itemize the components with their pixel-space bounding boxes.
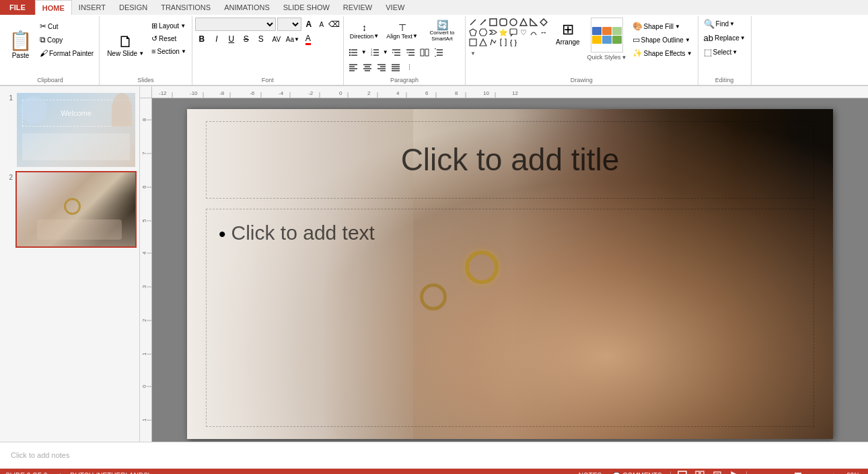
justify-low-button[interactable]: ⋮ [403, 61, 417, 74]
tab-transitions[interactable]: TRANSITIONS [154, 0, 217, 15]
heart-shape[interactable]: ♡ [519, 28, 528, 37]
italic-button[interactable]: I [210, 32, 223, 46]
oval-shape[interactable] [509, 18, 518, 27]
zoom-in-button[interactable]: + [829, 470, 838, 474]
slide-title-box[interactable]: Click to add title [206, 121, 814, 199]
increase-font-button[interactable]: A [303, 18, 315, 31]
quick-styles-box[interactable] [591, 18, 623, 53]
file-tab[interactable]: FILE [0, 0, 35, 15]
slide-content-box[interactable]: • Click to add text [206, 209, 814, 427]
numbering-dropdown[interactable]: ▼ [382, 46, 389, 59]
rt-triangle-shape[interactable] [529, 18, 538, 27]
svg-point-3 [349, 51, 351, 53]
svg-text:-8: -8 [219, 90, 225, 96]
format-painter-button[interactable]: 🖌 Format Painter [37, 47, 96, 59]
spelling-check-icon[interactable]: ✓ [55, 471, 62, 474]
copy-button[interactable]: ⧉ Copy [37, 34, 96, 46]
cut-button[interactable]: ✂ Cut [37, 20, 96, 32]
tab-slideshow[interactable]: SLIDE SHOW [277, 0, 336, 15]
canvas-area: -12 -10 -8 -6 -4 -2 0 2 4 [140, 86, 868, 442]
convert-smartart-button[interactable]: 🔄 Convert to SmartArt [422, 18, 462, 44]
line-shape[interactable] [468, 18, 478, 27]
numbering-button[interactable]: 1.2.3. [368, 46, 382, 59]
bullets-dropdown[interactable]: ▼ [361, 46, 367, 59]
freeform-shape[interactable] [489, 38, 498, 47]
slide-view[interactable]: Click to add title • Click to add text [187, 109, 833, 439]
zoom-level[interactable]: 69% [844, 471, 863, 474]
paste-button[interactable]: 📋 Paste [4, 18, 37, 74]
notes-area[interactable]: Click to add notes [0, 442, 868, 469]
tab-insert[interactable]: INSERT [72, 0, 112, 15]
layout-button[interactable]: ⊞ Layout ▼ [149, 20, 189, 32]
notes-button[interactable]: ♪ NOTES [571, 471, 604, 474]
normal-view-button[interactable] [676, 469, 688, 474]
char-spacing-button[interactable]: AV [269, 32, 284, 46]
align-right-button[interactable] [375, 61, 388, 74]
zoom-out-button[interactable]: − [752, 470, 762, 474]
change-case-button[interactable]: Aa▼ [285, 32, 300, 46]
bracket-shape[interactable] [499, 38, 508, 47]
rounded-rect-shape[interactable] [499, 18, 508, 27]
triangle-shape[interactable] [519, 18, 528, 27]
slideshow-button[interactable] [729, 469, 741, 474]
shadow-button[interactable]: S [254, 32, 268, 46]
tab-home[interactable]: HOME [35, 0, 72, 15]
flowchart2-shape[interactable] [478, 38, 488, 47]
decrease-font-button[interactable]: A [316, 18, 327, 31]
star-shape[interactable]: ⭐ [499, 28, 508, 37]
shapes-more[interactable]: ▼ [468, 48, 478, 58]
hexagon-shape[interactable] [478, 28, 488, 37]
svg-point-1 [349, 48, 351, 50]
select-button[interactable]: ⬚ Select ▼ [701, 46, 748, 59]
svg-marker-19 [406, 52, 408, 53]
align-left-button[interactable] [347, 61, 360, 74]
columns-button[interactable] [418, 46, 431, 59]
font-color-button[interactable]: A [301, 32, 315, 46]
rect-shape[interactable] [489, 18, 498, 27]
shape-effects-button[interactable]: ✨ Shape Effects ▼ [630, 47, 695, 59]
tab-design[interactable]: DESIGN [112, 0, 154, 15]
diamond-shape[interactable] [539, 18, 548, 27]
svg-text:2: 2 [367, 90, 371, 96]
tab-view[interactable]: VIEW [379, 0, 411, 15]
pentagon-shape[interactable] [468, 28, 478, 37]
tab-animations[interactable]: ANIMATIONS [217, 0, 277, 15]
decrease-indent-button[interactable] [390, 46, 403, 59]
text-direction-button[interactable]: ↕ Direction▼ [347, 20, 382, 42]
section-button[interactable]: ≡ Section ▼ [149, 46, 189, 57]
align-center-button[interactable] [361, 61, 374, 74]
new-slide-button[interactable]: 🗋 New Slide ▼ [102, 18, 149, 74]
shape-outline-button[interactable]: ▭ Shape Outline ▼ [630, 34, 695, 46]
slide2-thumb[interactable] [15, 171, 137, 248]
find-button[interactable]: 🔍 Find ▼ [701, 18, 748, 30]
reading-view-button[interactable] [711, 469, 723, 474]
bold-button[interactable]: B [195, 32, 209, 46]
flowchart1-shape[interactable] [468, 38, 478, 47]
brace-shape[interactable]: { } [509, 38, 518, 47]
shape-fill-button[interactable]: 🎨 Shape Fill ▼ [630, 20, 695, 32]
font-family-select[interactable] [195, 18, 276, 31]
line-spacing-button[interactable] [432, 46, 445, 59]
svg-text:3: 3 [141, 285, 147, 288]
replace-button[interactable]: ab Replace ▼ [701, 32, 748, 44]
slide1-thumb[interactable]: Welcome [15, 92, 137, 168]
svg-rect-104 [700, 471, 704, 474]
justify-button[interactable] [389, 61, 402, 74]
increase-indent-button[interactable] [404, 46, 417, 59]
clear-formatting-button[interactable]: ⌫ [328, 18, 340, 31]
font-size-select[interactable] [277, 18, 301, 31]
callout-shape[interactable] [509, 28, 518, 37]
comments-button[interactable]: 💬 COMMENTS [610, 471, 664, 474]
double-arrow-shape[interactable]: ↔ [539, 28, 548, 37]
arrow-shape[interactable] [478, 18, 488, 27]
arc-shape[interactable] [529, 28, 538, 37]
strikethrough-button[interactable]: S [240, 32, 253, 46]
arrange-button[interactable]: ⊞ Arrange [551, 18, 585, 49]
slide-sorter-button[interactable] [694, 469, 706, 474]
underline-button[interactable]: U [225, 32, 238, 46]
bullets-button[interactable] [347, 46, 360, 59]
reset-button[interactable]: ↺ Reset [149, 33, 189, 44]
align-text-button[interactable]: ⊤ Align Text▼ [383, 20, 421, 42]
chevron-shape[interactable] [489, 28, 498, 37]
tab-review[interactable]: REVIEW [336, 0, 379, 15]
